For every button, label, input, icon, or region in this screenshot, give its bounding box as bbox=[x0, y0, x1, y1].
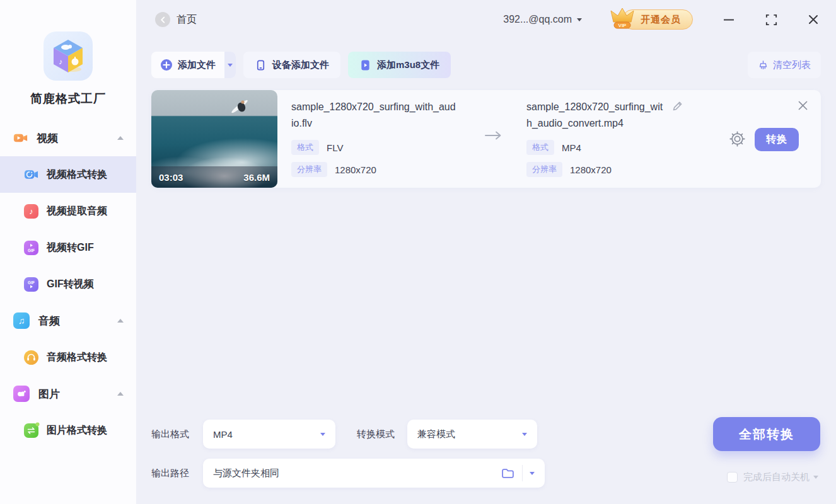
image-icon bbox=[13, 386, 30, 402]
sidebar-item-video-convert[interactable]: 视频格式转换 bbox=[0, 156, 136, 193]
target-file-info: sample_1280x720_surfing_with_audio_conve… bbox=[526, 99, 664, 177]
source-file-info: sample_1280x720_surfing_with_audio.flv 格… bbox=[291, 99, 456, 177]
clear-list-label: 清空列表 bbox=[773, 59, 811, 71]
add-file-dropdown[interactable] bbox=[224, 52, 236, 78]
vip-upgrade-label: 开通会员 bbox=[641, 14, 681, 26]
sidebar-item-video-to-gif[interactable]: GIF 视频转GIF bbox=[0, 229, 136, 266]
gear-icon[interactable] bbox=[729, 130, 746, 147]
auto-shutdown-label: 完成后自动关机 bbox=[743, 471, 810, 483]
video-duration: 03:03 bbox=[159, 172, 183, 183]
sidebar-section-label: 图片 bbox=[38, 387, 60, 401]
auto-shutdown-checkbox[interactable] bbox=[727, 472, 738, 483]
convert-button[interactable]: 转换 bbox=[755, 128, 799, 151]
caret-down-icon[interactable] bbox=[530, 472, 535, 475]
output-path-label: 输出路径 bbox=[151, 459, 189, 488]
output-format-value: MP4 bbox=[213, 429, 233, 440]
phone-icon bbox=[255, 59, 267, 71]
video-camera-icon bbox=[13, 131, 28, 146]
format-badge: 格式 bbox=[526, 140, 554, 155]
thumbnail-overlay: 03:03 36.6M bbox=[151, 166, 277, 188]
vip-crown-icon: VIP bbox=[607, 4, 637, 33]
sidebar-item-label: 视频转GIF bbox=[47, 241, 94, 255]
account-menu[interactable]: 392...@qq.com bbox=[503, 14, 582, 25]
plus-circle-icon bbox=[160, 59, 173, 71]
main-area: 首页 392...@qq.com 开通会员 VIP bbox=[136, 0, 836, 504]
target-filename: sample_1280x720_surfing_with_audio_conve… bbox=[526, 99, 664, 132]
minimize-icon bbox=[722, 13, 736, 26]
output-path-value: 与源文件夹相同 bbox=[213, 467, 279, 479]
format-badge: 格式 bbox=[291, 140, 319, 155]
sidebar-item-label: 视频提取音频 bbox=[47, 205, 107, 218]
add-file-label: 添加文件 bbox=[178, 59, 216, 71]
edit-pencil-icon[interactable] bbox=[671, 100, 683, 112]
convert-mode-label: 转换模式 bbox=[357, 420, 395, 449]
svg-text:GIF: GIF bbox=[28, 280, 35, 284]
target-format-value: MP4 bbox=[562, 142, 581, 153]
folder-icon[interactable] bbox=[501, 468, 514, 479]
sidebar-item-video-extract-audio[interactable]: ♪ 视频提取音频 bbox=[0, 193, 136, 229]
app-name: 简鹿格式工厂 bbox=[30, 91, 106, 107]
sidebar-item-gif-to-video[interactable]: GIF GIF转视频 bbox=[0, 266, 136, 302]
svg-text:GIF: GIF bbox=[28, 248, 35, 252]
target-resolution-value: 1280x720 bbox=[570, 164, 612, 175]
sidebar-item-audio-convert[interactable]: 音频格式转换 bbox=[0, 339, 136, 375]
chevron-up-icon[interactable] bbox=[117, 136, 124, 140]
image-convert-icon bbox=[24, 423, 38, 438]
source-filename: sample_1280x720_surfing_with_audio.flv bbox=[291, 99, 456, 132]
page-title: 首页 bbox=[177, 13, 197, 26]
chevron-up-icon[interactable] bbox=[117, 392, 124, 396]
sidebar-item-label: 音频格式转换 bbox=[47, 351, 107, 364]
video-thumbnail[interactable]: 03:03 36.6M bbox=[151, 90, 277, 188]
sidebar-section-image[interactable]: 图片 bbox=[0, 375, 136, 412]
audio-note-icon: ♫ bbox=[13, 312, 30, 329]
sidebar-section-video[interactable]: 视频 bbox=[0, 120, 136, 156]
m3u8-file-icon bbox=[359, 59, 371, 71]
minimize-button[interactable] bbox=[722, 13, 736, 26]
file-card: 03:03 36.6M sample_1280x720_surfing_with… bbox=[151, 90, 821, 188]
app-logo-icon: ♪ bbox=[44, 32, 93, 81]
chevron-up-icon[interactable] bbox=[117, 319, 124, 323]
sidebar-section-label: 视频 bbox=[37, 131, 58, 146]
add-file-button[interactable]: 添加文件 bbox=[151, 52, 236, 78]
add-from-device-label: 设备添加文件 bbox=[272, 59, 329, 71]
source-format-value: FLV bbox=[327, 142, 343, 153]
close-window-button[interactable] bbox=[807, 13, 820, 26]
add-from-device-button[interactable]: 设备添加文件 bbox=[243, 52, 340, 78]
svg-text:VIP: VIP bbox=[618, 23, 627, 28]
output-path-input[interactable]: 与源文件夹相同 bbox=[203, 459, 545, 488]
sidebar-item-label: GIF转视频 bbox=[47, 278, 94, 291]
auto-shutdown-toggle[interactable]: 完成后自动关机 bbox=[727, 471, 818, 483]
gif-to-video-icon: GIF bbox=[24, 277, 38, 292]
back-icon bbox=[160, 16, 166, 23]
output-format-label: 输出格式 bbox=[151, 420, 189, 449]
sidebar-item-label: 图片格式转换 bbox=[47, 424, 107, 437]
sidebar: ♪ 简鹿格式工厂 视频 bbox=[0, 0, 136, 504]
add-m3u8-button[interactable]: 添加m3u8文件 bbox=[348, 52, 451, 78]
close-icon bbox=[807, 13, 820, 26]
clear-list-button[interactable]: 清空列表 bbox=[748, 52, 821, 78]
output-format-select[interactable]: MP4 bbox=[203, 420, 335, 449]
caret-down-icon bbox=[320, 433, 325, 436]
divider bbox=[522, 465, 523, 481]
sidebar-item-image-convert[interactable]: 图片格式转换 bbox=[0, 412, 136, 449]
video-convert-icon bbox=[24, 168, 38, 182]
resolution-badge: 分辨率 bbox=[526, 162, 562, 177]
headphones-icon bbox=[24, 350, 38, 365]
maximize-button[interactable] bbox=[765, 13, 778, 26]
sidebar-item-label: 视频格式转换 bbox=[47, 168, 107, 181]
back-button[interactable] bbox=[155, 12, 170, 27]
caret-down-icon bbox=[577, 18, 582, 21]
add-m3u8-label: 添加m3u8文件 bbox=[377, 59, 439, 71]
caret-down-icon[interactable] bbox=[813, 476, 818, 479]
convert-all-button[interactable]: 全部转换 bbox=[713, 417, 820, 451]
caret-down-icon bbox=[522, 433, 527, 436]
convert-mode-select[interactable]: 兼容模式 bbox=[407, 420, 537, 449]
convert-mode-value: 兼容模式 bbox=[417, 428, 455, 440]
sidebar-section-label: 音频 bbox=[38, 314, 60, 328]
vip-upgrade-button[interactable]: 开通会员 VIP bbox=[607, 9, 693, 30]
toolbar: 添加文件 设备添加文件 添加m3u8文件 清空列表 bbox=[151, 52, 821, 78]
sidebar-section-audio[interactable]: ♫ 音频 bbox=[0, 302, 136, 339]
svg-text:♪: ♪ bbox=[59, 57, 62, 66]
caret-down-icon bbox=[228, 64, 233, 67]
remove-file-icon[interactable] bbox=[798, 100, 808, 111]
